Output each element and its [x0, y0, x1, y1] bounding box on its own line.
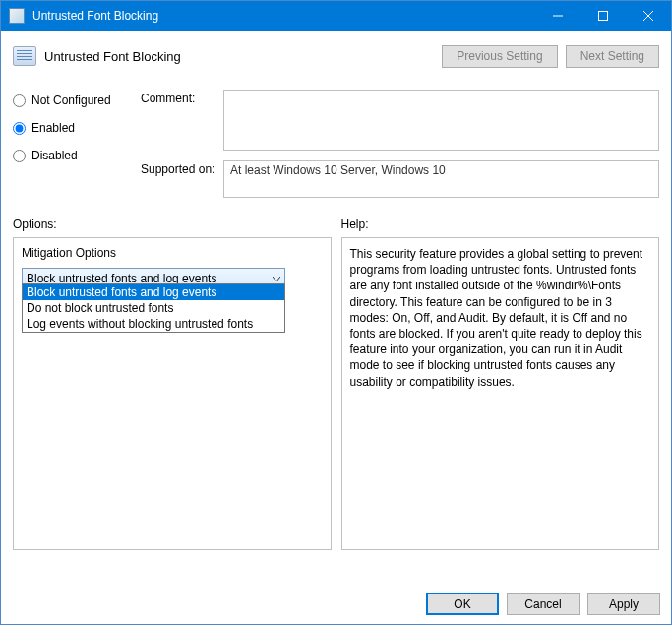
options-panel: Mitigation Options Block untrusted fonts…: [13, 237, 332, 550]
dropdown-item-do-not-block[interactable]: Do not block untrusted fonts: [23, 300, 284, 316]
options-label: Options:: [13, 218, 332, 231]
radio-not-configured[interactable]: Not Configured: [13, 94, 141, 107]
radio-label: Disabled: [31, 149, 78, 162]
window-title: Untrusted Font Blocking: [32, 9, 535, 23]
radio-enabled[interactable]: Enabled: [13, 121, 141, 135]
titlebar: Untrusted Font Blocking: [1, 1, 671, 31]
dropdown-item-log-only[interactable]: Log events without blocking untrusted fo…: [23, 316, 284, 332]
mitigation-options-label: Mitigation Options: [22, 246, 323, 260]
supported-on-text: At least Windows 10 Server, Windows 10: [223, 160, 659, 198]
radio-label: Not Configured: [31, 94, 111, 107]
previous-setting-button[interactable]: Previous Setting: [442, 45, 557, 68]
policy-icon: [13, 46, 36, 66]
supported-label: Supported on:: [141, 160, 223, 198]
help-label: Help:: [341, 218, 660, 231]
app-icon: [9, 8, 25, 24]
minimize-button[interactable]: [535, 1, 580, 31]
dropdown-item-block-and-log[interactable]: Block untrusted fonts and log events: [23, 284, 284, 300]
ok-button[interactable]: OK: [426, 593, 499, 615]
close-button[interactable]: [626, 1, 671, 31]
radio-disabled[interactable]: Disabled: [13, 149, 141, 162]
maximize-button[interactable]: [580, 1, 626, 31]
radio-label: Enabled: [31, 121, 75, 135]
comment-input[interactable]: [223, 90, 659, 151]
help-text: This security feature provides a global …: [350, 247, 643, 389]
comment-label: Comment:: [141, 90, 223, 151]
page-title: Untrusted Font Blocking: [44, 49, 434, 64]
mitigation-options-dropdown: Block untrusted fonts and log events Do …: [22, 283, 285, 333]
cancel-button[interactable]: Cancel: [507, 593, 580, 615]
help-panel: This security feature provides a global …: [341, 237, 660, 550]
next-setting-button[interactable]: Next Setting: [566, 45, 659, 68]
apply-button[interactable]: Apply: [587, 593, 660, 615]
svg-rect-1: [599, 12, 608, 21]
